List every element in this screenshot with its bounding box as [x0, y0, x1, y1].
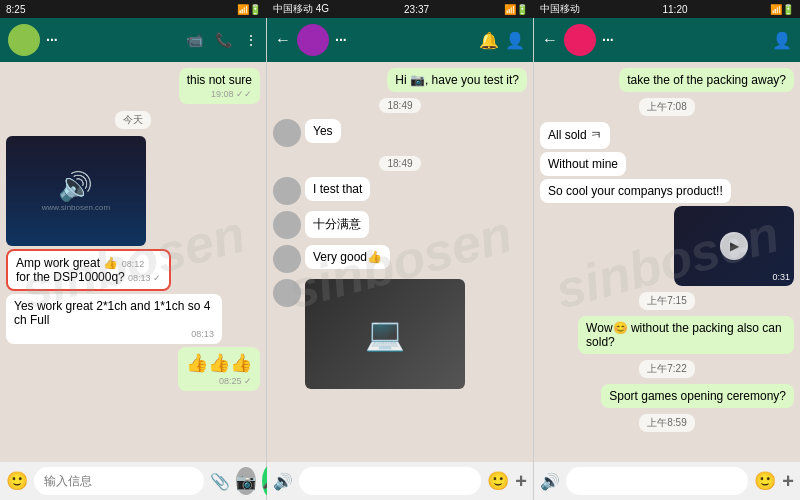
more-icon[interactable]: ⋮: [244, 32, 258, 48]
carrier-middle: 中国移动 4G: [273, 2, 329, 16]
header-icons-1: 📹 📞 ⋮: [186, 32, 258, 48]
msg-in-test: I test that: [305, 177, 370, 201]
msg-avatar-p2: [273, 119, 301, 147]
contact-name-2: ···: [335, 32, 473, 48]
msg-row-yes: Yes: [273, 119, 527, 147]
emoji-text: 👍👍👍: [186, 353, 252, 373]
msg-amp: Amp work great 👍 08:12: [16, 256, 161, 270]
message-input-3[interactable]: [566, 467, 748, 495]
msg-row-test: I test that: [273, 177, 527, 205]
video-duration: 0:31: [772, 272, 790, 282]
add-btn-3[interactable]: +: [782, 470, 794, 493]
msg-out-wow: Wow😊 without the packing also can sold?: [578, 316, 794, 354]
contact-name-1: ···: [46, 32, 180, 48]
chat-header-2: ← ··· 🔔 👤: [267, 18, 533, 62]
voice-icon-2[interactable]: 🔊: [273, 472, 293, 491]
emoji-btn-3[interactable]: 🙂: [754, 470, 776, 492]
attach-icon-1[interactable]: 📎: [210, 472, 230, 491]
msg-in-1: Yes work great 2*1ch and 1*1ch so 4 ch F…: [6, 294, 222, 344]
msg-text-allsold: All sold ㅋ: [548, 128, 602, 142]
profile-icon-2[interactable]: 👤: [505, 31, 525, 50]
msg-out-sport: Sport games opening ceremony?: [601, 384, 794, 408]
messages-panel-3: sinbosen take the of the packing away? 上…: [534, 62, 800, 462]
status-bar-right: 中国移动 11:20 📶🔋: [534, 0, 800, 18]
time-marker-1849b: 18:49: [379, 156, 420, 171]
chat-panel-2: 中国移动 4G 23:37 📶🔋 ← ··· 🔔 👤 sinbosen Hi 📷…: [267, 0, 534, 500]
msg-text-satisfy: 十分满意: [313, 217, 361, 231]
msg-avatar-p2c: [273, 211, 301, 239]
msg-avatar-p2b: [273, 177, 301, 205]
chat-panel-3: 中国移动 11:20 📶🔋 ← ··· 👤 sinbosen take the …: [534, 0, 800, 500]
messages-panel-1: sinbosen this not sure 19:08 ✓✓ 今天 🔊 www…: [0, 62, 266, 462]
msg-text-test: I test that: [313, 182, 362, 196]
phone-icon[interactable]: 📞: [215, 32, 232, 48]
msg-time-in1: 08:13: [14, 329, 214, 339]
time-middle: 23:37: [404, 4, 429, 15]
message-input-1[interactable]: [34, 467, 204, 495]
status-icons-left: 📶🔋: [237, 4, 261, 15]
msg-out-p2-1: Hi 📷, have you test it?: [387, 68, 527, 92]
profile-icon-3[interactable]: 👤: [772, 31, 792, 50]
chat-header-1: ··· 📹 📞 ⋮: [0, 18, 266, 62]
msg-text-yes: Yes: [313, 124, 333, 138]
msg-in-socool: So cool your companys product!!: [540, 179, 731, 203]
video-thumbnail: ▶ 0:31: [674, 206, 794, 286]
input-bar-2: 🔊 🙂 +: [267, 462, 533, 500]
msg-row-good: Very good👍: [273, 245, 527, 273]
status-bar-middle: 中国移动 4G 23:37 📶🔋: [267, 0, 534, 18]
msg-text-socool: So cool your companys product!!: [548, 184, 723, 198]
video-bubble: ▶ 0:31: [674, 206, 794, 286]
msg-row-laptop: 💻: [273, 279, 527, 389]
msg-avatar-p2e: [273, 279, 301, 307]
msg-time-emoji: 08:25 ✓: [186, 376, 252, 386]
time-left: 8:25: [6, 4, 25, 15]
status-bar-left: 8:25 📶🔋: [0, 0, 267, 18]
icons-right: 📶🔋: [770, 4, 794, 15]
msg-row-satisfy: 十分满意: [273, 211, 527, 239]
back-icon-3[interactable]: ←: [542, 31, 558, 49]
time-marker-859: 上午8:59: [639, 414, 694, 432]
avatar-3: [564, 24, 596, 56]
msg-text: this not sure: [187, 73, 252, 87]
msg-in-yes: Yes: [305, 119, 341, 143]
avatar-2: [297, 24, 329, 56]
time-marker-715: 上午7:15: [639, 292, 694, 310]
msg-emoji: 👍👍👍 08:25 ✓: [178, 347, 260, 391]
voice-icon-3[interactable]: 🔊: [540, 472, 560, 491]
msg-text-sport: Sport games opening ceremony?: [609, 389, 786, 403]
phone-icon-2[interactable]: 🔔: [479, 31, 499, 50]
msg-text-in1: Yes work great 2*1ch and 1*1ch so 4 ch F…: [14, 299, 210, 327]
contact-name-3: ···: [602, 32, 766, 48]
msg-in-good: Very good👍: [305, 245, 390, 269]
time-marker-1849a: 18:49: [379, 98, 420, 113]
msg-text-p3-1: take the of the packing away?: [627, 73, 786, 87]
msg-out-1: this not sure 19:08 ✓✓: [179, 68, 260, 104]
chat-header-3: ← ··· 👤: [534, 18, 800, 62]
back-icon-2[interactable]: ←: [275, 31, 291, 49]
msg-time-1: 19:08 ✓✓: [187, 89, 252, 99]
emoji-btn-1[interactable]: 🙂: [6, 470, 28, 492]
emoji-btn-2[interactable]: 🙂: [487, 470, 509, 492]
msg-out-p3-1: take the of the packing away?: [619, 68, 794, 92]
highlighted-message: Amp work great 👍 08:12 for the DSP10000q…: [6, 249, 171, 291]
msg-dsp: for the DSP10000q? 08:13 ✓: [16, 270, 161, 284]
time-right: 11:20: [662, 4, 687, 15]
input-bar-3: 🔊 🙂 +: [534, 462, 800, 500]
image-bubble: 🔊 www.sinbosen.com: [6, 136, 146, 246]
avatar-1: [8, 24, 40, 56]
play-button[interactable]: ▶: [720, 232, 748, 260]
message-input-2[interactable]: [299, 467, 481, 495]
messages-panel-2: sinbosen Hi 📷, have you test it? 18:49 Y…: [267, 62, 533, 462]
speaker-image: 🔊 www.sinbosen.com: [6, 136, 146, 246]
msg-in-withoutmine: Without mine: [540, 152, 626, 176]
add-btn-2[interactable]: +: [515, 470, 527, 493]
carrier-right: 中国移动: [540, 2, 580, 16]
msg-in-allsold: All sold ㅋ: [540, 122, 610, 149]
input-bar-1: 🙂 📎 📷 🎤: [0, 462, 266, 500]
camera-icon-1[interactable]: 📷: [236, 467, 256, 495]
video-icon[interactable]: 📹: [186, 32, 203, 48]
icons-middle: 📶🔋: [504, 4, 528, 15]
laptop-image: 💻: [305, 279, 465, 389]
time-marker-722: 上午7:22: [639, 360, 694, 378]
msg-text-good: Very good👍: [313, 250, 382, 264]
